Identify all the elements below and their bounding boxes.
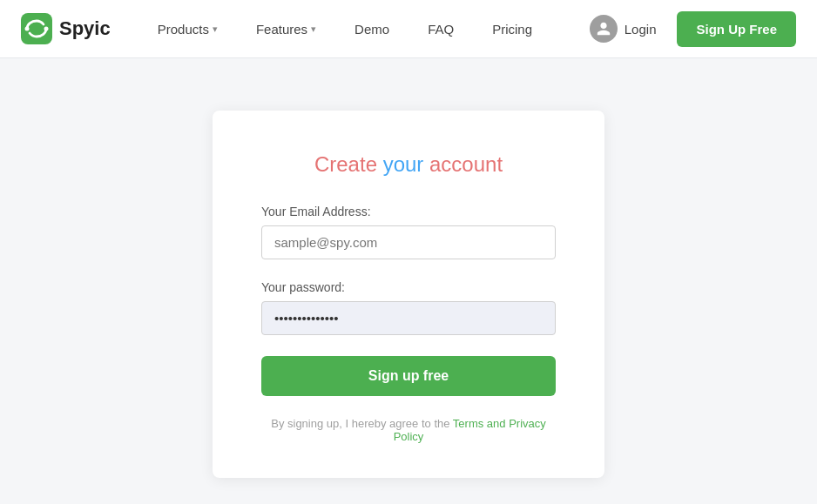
nav-item-features[interactable]: Features ▾: [237, 0, 335, 58]
email-label: Your Email Address:: [261, 205, 556, 218]
terms-text: By signing up, I hereby agree to the Ter…: [261, 417, 556, 443]
password-input[interactable]: [261, 301, 556, 335]
nav-item-faq[interactable]: FAQ: [408, 0, 473, 58]
svg-point-1: [25, 27, 30, 31]
signup-nav-button[interactable]: Sign Up Free: [677, 11, 796, 47]
email-form-group: Your Email Address:: [261, 205, 556, 259]
signup-card: Create your account Your Email Address: …: [213, 111, 604, 478]
nav-item-products[interactable]: Products ▾: [138, 0, 237, 58]
signup-main-button[interactable]: Sign up free: [261, 356, 556, 396]
nav-links: Products ▾ Features ▾ Demo FAQ Pricing: [138, 0, 576, 58]
main-nav: Spyic Products ▾ Features ▾ Demo FAQ Pri…: [0, 0, 817, 58]
email-input[interactable]: [261, 225, 556, 259]
user-icon: [590, 15, 618, 43]
logo-link[interactable]: Spyic: [21, 13, 111, 44]
logo-icon: [21, 13, 52, 44]
main-content: Create your account Your Email Address: …: [0, 58, 817, 504]
chevron-down-icon: ▾: [213, 24, 218, 35]
card-title: Create your account: [261, 152, 556, 177]
chevron-down-icon: ▾: [311, 24, 316, 35]
logo-text: Spyic: [59, 17, 111, 40]
password-form-group: Your password:: [261, 280, 556, 335]
password-label: Your password:: [261, 280, 556, 294]
nav-item-demo[interactable]: Demo: [335, 0, 408, 58]
nav-item-pricing[interactable]: Pricing: [473, 0, 551, 58]
nav-right: Login Sign Up Free: [576, 8, 796, 50]
svg-point-2: [44, 27, 49, 31]
login-button[interactable]: Login: [576, 8, 671, 50]
